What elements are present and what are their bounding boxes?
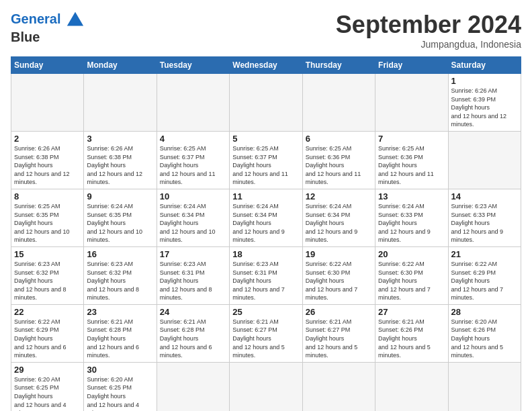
calendar-cell — [375, 362, 448, 411]
calendar-cell: 5Sunrise: 6:25 AMSunset: 6:37 PMDaylight… — [230, 131, 302, 189]
calendar-cell: 27Sunrise: 6:21 AMSunset: 6:26 PMDayligh… — [375, 304, 448, 362]
day-info: Sunrise: 6:20 AMSunset: 6:25 PMDaylight … — [87, 376, 139, 411]
calendar-table: SundayMondayTuesdayWednesdayThursdayFrid… — [11, 56, 521, 411]
day-number: 9 — [87, 191, 153, 201]
calendar-cell: 14Sunrise: 6:23 AMSunset: 6:33 PMDayligh… — [448, 189, 521, 246]
day-info: Sunrise: 6:20 AMSunset: 6:26 PMDaylight … — [451, 318, 504, 359]
logo: General Blue — [11, 11, 85, 44]
calendar-cell: 24Sunrise: 6:21 AMSunset: 6:28 PMDayligh… — [157, 304, 229, 362]
day-header-tuesday: Tuesday — [157, 57, 229, 74]
day-info: Sunrise: 6:21 AMSunset: 6:26 PMDaylight … — [378, 318, 431, 359]
day-number: 3 — [87, 134, 153, 144]
day-number: 10 — [160, 191, 226, 201]
day-info: Sunrise: 6:22 AMSunset: 6:30 PMDaylight … — [378, 261, 431, 301]
calendar-cell — [84, 74, 157, 132]
day-info: Sunrise: 6:21 AMSunset: 6:27 PMDaylight … — [232, 318, 285, 359]
day-info: Sunrise: 6:25 AMSunset: 6:36 PMDaylight … — [378, 145, 434, 185]
day-number: 21 — [451, 249, 518, 259]
day-number: 18 — [232, 249, 299, 259]
calendar-cell: 13Sunrise: 6:24 AMSunset: 6:33 PMDayligh… — [375, 189, 448, 246]
day-number: 20 — [378, 249, 445, 259]
calendar-cell: 11Sunrise: 6:24 AMSunset: 6:34 PMDayligh… — [230, 189, 302, 246]
calendar-cell: 26Sunrise: 6:21 AMSunset: 6:27 PMDayligh… — [302, 304, 375, 362]
calendar-cell: 8Sunrise: 6:25 AMSunset: 6:35 PMDaylight… — [11, 189, 84, 246]
day-info: Sunrise: 6:24 AMSunset: 6:34 PMDaylight … — [306, 203, 358, 243]
day-info: Sunrise: 6:22 AMSunset: 6:29 PMDaylight … — [451, 261, 504, 301]
calendar-cell: 17Sunrise: 6:23 AMSunset: 6:31 PMDayligh… — [157, 246, 229, 304]
day-number: 12 — [306, 191, 372, 201]
calendar-cell: 9Sunrise: 6:24 AMSunset: 6:35 PMDaylight… — [84, 189, 157, 246]
day-number: 22 — [14, 307, 81, 317]
day-info: Sunrise: 6:23 AMSunset: 6:31 PMDaylight … — [232, 261, 285, 301]
day-number: 2 — [14, 134, 81, 144]
calendar-cell: 15Sunrise: 6:23 AMSunset: 6:32 PMDayligh… — [11, 246, 84, 304]
day-number: 28 — [451, 307, 518, 317]
day-number: 6 — [306, 134, 372, 144]
day-info: Sunrise: 6:24 AMSunset: 6:34 PMDaylight … — [232, 203, 285, 243]
calendar-cell — [375, 74, 448, 132]
day-number: 7 — [378, 134, 445, 144]
calendar-cell: 23Sunrise: 6:21 AMSunset: 6:28 PMDayligh… — [84, 304, 157, 362]
calendar-cell: 10Sunrise: 6:24 AMSunset: 6:34 PMDayligh… — [157, 189, 229, 246]
day-info: Sunrise: 6:23 AMSunset: 6:32 PMDaylight … — [87, 261, 139, 301]
day-header-thursday: Thursday — [302, 57, 375, 74]
day-header-sunday: Sunday — [11, 57, 84, 74]
calendar-cell — [157, 74, 229, 132]
day-info: Sunrise: 6:24 AMSunset: 6:33 PMDaylight … — [378, 203, 431, 243]
day-info: Sunrise: 6:23 AMSunset: 6:33 PMDaylight … — [451, 203, 504, 243]
calendar-cell — [302, 362, 375, 411]
day-number: 19 — [306, 249, 372, 259]
day-header-friday: Friday — [375, 57, 448, 74]
day-number: 8 — [14, 191, 81, 201]
calendar-cell: 3Sunrise: 6:26 AMSunset: 6:38 PMDaylight… — [84, 131, 157, 189]
header: General Blue September 2024 Jumpangdua, … — [11, 11, 521, 50]
calendar-cell: 4Sunrise: 6:25 AMSunset: 6:37 PMDaylight… — [157, 131, 229, 189]
calendar-cell: 21Sunrise: 6:22 AMSunset: 6:29 PMDayligh… — [448, 246, 521, 304]
calendar-cell — [448, 131, 521, 189]
calendar-cell: 1Sunrise: 6:26 AMSunset: 6:39 PMDaylight… — [448, 74, 521, 132]
day-number: 24 — [160, 307, 226, 317]
day-number: 27 — [378, 307, 445, 317]
calendar-cell: 25Sunrise: 6:21 AMSunset: 6:27 PMDayligh… — [230, 304, 302, 362]
calendar-cell — [302, 74, 375, 132]
calendar-cell — [448, 362, 521, 411]
calendar-cell: 22Sunrise: 6:22 AMSunset: 6:29 PMDayligh… — [11, 304, 84, 362]
month-title: September 2024 — [336, 11, 521, 39]
day-info: Sunrise: 6:25 AMSunset: 6:37 PMDaylight … — [232, 145, 288, 185]
calendar-cell: 18Sunrise: 6:23 AMSunset: 6:31 PMDayligh… — [230, 246, 302, 304]
day-number: 26 — [306, 307, 372, 317]
title-section: September 2024 Jumpangdua, Indonesia — [336, 11, 521, 50]
calendar-cell — [157, 362, 229, 411]
day-header-monday: Monday — [84, 57, 157, 74]
day-number: 13 — [378, 191, 445, 201]
calendar-cell: 16Sunrise: 6:23 AMSunset: 6:32 PMDayligh… — [84, 246, 157, 304]
day-info: Sunrise: 6:25 AMSunset: 6:35 PMDaylight … — [14, 203, 70, 243]
location: Jumpangdua, Indonesia — [336, 39, 521, 50]
calendar-cell: 12Sunrise: 6:24 AMSunset: 6:34 PMDayligh… — [302, 189, 375, 246]
day-info: Sunrise: 6:24 AMSunset: 6:34 PMDaylight … — [160, 203, 216, 243]
day-number: 4 — [160, 134, 226, 144]
day-info: Sunrise: 6:22 AMSunset: 6:29 PMDaylight … — [14, 318, 66, 359]
calendar-cell: 20Sunrise: 6:22 AMSunset: 6:30 PMDayligh… — [375, 246, 448, 304]
day-number: 11 — [232, 191, 299, 201]
day-info: Sunrise: 6:21 AMSunset: 6:28 PMDaylight … — [160, 318, 212, 359]
day-info: Sunrise: 6:26 AMSunset: 6:38 PMDaylight … — [87, 145, 142, 185]
day-info: Sunrise: 6:21 AMSunset: 6:27 PMDaylight … — [306, 318, 358, 359]
day-info: Sunrise: 6:23 AMSunset: 6:31 PMDaylight … — [160, 261, 212, 301]
day-number: 16 — [87, 249, 153, 259]
calendar-cell: 29Sunrise: 6:20 AMSunset: 6:25 PMDayligh… — [11, 362, 84, 411]
day-info: Sunrise: 6:26 AMSunset: 6:38 PMDaylight … — [14, 145, 70, 185]
day-header-saturday: Saturday — [448, 57, 521, 74]
day-number: 29 — [14, 365, 81, 375]
calendar-cell: 6Sunrise: 6:25 AMSunset: 6:36 PMDaylight… — [302, 131, 375, 189]
day-number: 30 — [87, 365, 153, 375]
day-info: Sunrise: 6:20 AMSunset: 6:25 PMDaylight … — [14, 376, 66, 411]
calendar-cell — [230, 362, 302, 411]
day-info: Sunrise: 6:25 AMSunset: 6:37 PMDaylight … — [160, 145, 216, 185]
day-number: 14 — [451, 191, 518, 201]
calendar-cell — [230, 74, 302, 132]
calendar-cell: 2Sunrise: 6:26 AMSunset: 6:38 PMDaylight… — [11, 131, 84, 189]
day-number: 15 — [14, 249, 81, 259]
day-info: Sunrise: 6:23 AMSunset: 6:32 PMDaylight … — [14, 261, 66, 301]
calendar-cell: 28Sunrise: 6:20 AMSunset: 6:26 PMDayligh… — [448, 304, 521, 362]
